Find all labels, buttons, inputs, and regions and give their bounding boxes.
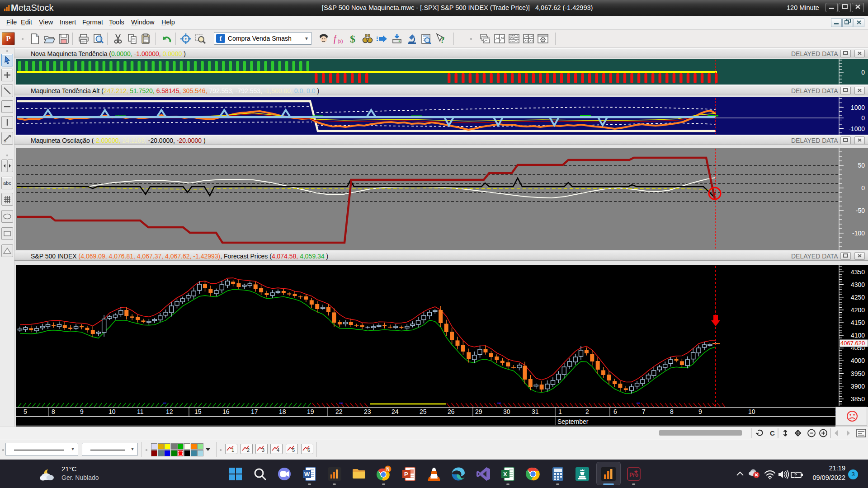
svg-text:2: 2 <box>247 447 250 453</box>
svg-text:0: 0 <box>861 114 865 122</box>
svg-text:15: 15 <box>194 408 202 415</box>
svg-text:-100: -100 <box>852 230 865 237</box>
svg-text:5: 5 <box>24 408 27 415</box>
svg-text:9: 9 <box>698 408 702 415</box>
svg-text:0: 0 <box>861 69 865 76</box>
svg-text:P: P <box>404 471 408 478</box>
svg-text:8: 8 <box>52 408 55 415</box>
svg-text:Pro: Pro <box>629 472 638 478</box>
svg-text:-1000: -1000 <box>849 125 865 132</box>
svg-text:18: 18 <box>279 408 286 415</box>
svg-text:W: W <box>304 471 310 478</box>
svg-text:4200: 4200 <box>851 306 865 314</box>
svg-text:30: 30 <box>503 408 510 415</box>
svg-text:4350: 4350 <box>851 268 865 276</box>
svg-text:7: 7 <box>642 408 646 415</box>
svg-text:(x): (x) <box>338 39 343 44</box>
svg-text:C: C <box>770 429 775 437</box>
svg-text:$: $ <box>350 33 355 45</box>
svg-text:-50: -50 <box>856 207 865 214</box>
svg-text:1: 1 <box>558 408 562 415</box>
svg-text:4067.620: 4067.620 <box>840 340 865 347</box>
svg-text:N: N <box>387 467 390 472</box>
svg-text:?: ? <box>440 35 445 45</box>
svg-text:12: 12 <box>166 408 173 415</box>
svg-text:3950: 3950 <box>851 370 865 377</box>
svg-text:8: 8 <box>670 408 674 415</box>
svg-text:31: 31 <box>532 408 539 415</box>
svg-text:1000: 1000 <box>851 104 865 111</box>
svg-text:9: 9 <box>80 408 84 415</box>
svg-text:f: f <box>334 33 337 44</box>
svg-text:19: 19 <box>307 408 314 415</box>
svg-text:2: 2 <box>585 408 589 415</box>
svg-text:26: 26 <box>448 408 455 415</box>
svg-text:3850: 3850 <box>851 395 865 403</box>
svg-text:50: 50 <box>858 162 865 169</box>
svg-text:10: 10 <box>108 408 116 415</box>
svg-text:4300: 4300 <box>851 281 865 288</box>
svg-text:4100: 4100 <box>851 332 865 339</box>
svg-text:10: 10 <box>748 408 755 415</box>
svg-text:4000: 4000 <box>851 357 865 364</box>
svg-text:25: 25 <box>420 408 427 415</box>
svg-text:6: 6 <box>613 408 617 415</box>
svg-text:4150: 4150 <box>851 319 865 326</box>
svg-text:0: 0 <box>861 184 865 192</box>
svg-text:17: 17 <box>251 408 258 415</box>
svg-text:22: 22 <box>335 408 343 415</box>
svg-text:24: 24 <box>392 408 399 415</box>
svg-text:3900: 3900 <box>851 383 865 390</box>
svg-text:4: 4 <box>277 447 279 453</box>
svg-text:X: X <box>503 471 507 478</box>
svg-text:S: S <box>4 139 6 143</box>
svg-text:11: 11 <box>137 408 144 415</box>
svg-text:29: 29 <box>475 408 482 415</box>
svg-text:23: 23 <box>364 408 371 415</box>
svg-text:3: 3 <box>262 447 264 453</box>
svg-text:6: 6 <box>307 447 310 453</box>
svg-text:5: 5 <box>292 447 295 453</box>
svg-text:16: 16 <box>222 408 230 415</box>
svg-text:4250: 4250 <box>851 294 865 301</box>
svg-text:1: 1 <box>231 447 234 453</box>
